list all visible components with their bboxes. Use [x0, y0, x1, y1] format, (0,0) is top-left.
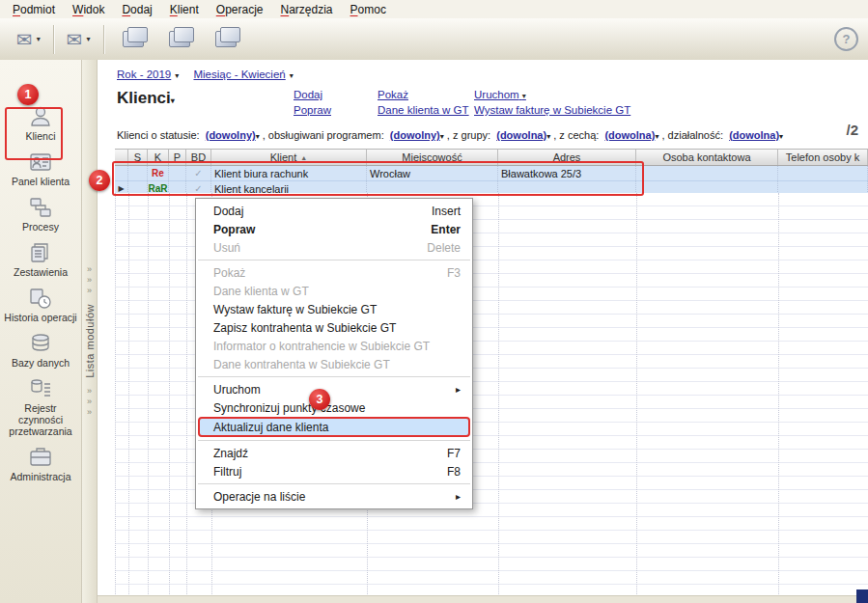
column-header-klient[interactable]: Klient▲: [211, 150, 367, 165]
filter-program-dropdown[interactable]: (dowolny): [390, 129, 440, 141]
menu-separator: [198, 260, 470, 260]
help-button[interactable]: ?: [834, 27, 858, 51]
dropdown-arrow-icon: ▾: [546, 132, 550, 141]
breadcrumb-month-link[interactable]: Miesiąc - Kwiecień: [193, 69, 285, 80]
context-menu-item-synchronizuj[interactable]: Synchronizuj punkty czasowe: [196, 398, 472, 417]
toolbar-separator: [53, 25, 54, 54]
table-cell: [128, 166, 148, 180]
column-header-telefon[interactable]: Telefon osoby k: [778, 150, 868, 165]
header-actions-col2: Pokaż Dane klienta w GT: [378, 89, 469, 116]
administration-icon: [26, 444, 55, 471]
sidebar-item-label: Zestawienia: [12, 266, 70, 278]
context-menu-item-popraw[interactable]: PoprawEnter: [196, 220, 472, 238]
reports-button[interactable]: [156, 23, 203, 56]
menu-klient[interactable]: Klient: [161, 1, 208, 18]
sync-icon: [215, 31, 237, 47]
context-menu-item-dodaj[interactable]: DodajInsert: [196, 202, 472, 220]
sidebar-item-label: Rejestr czynności przetwarzania: [0, 402, 81, 437]
chevron-icon: »: [87, 386, 92, 397]
context-menu-item-pokaz: PokażF3: [196, 263, 472, 282]
context-menu-item-dane-klienta-gt: Dane klienta w GT: [196, 282, 472, 300]
app-window: Podmiot Widok Dodaj Klient Operacje Narz…: [0, 0, 868, 603]
dropdown-arrow-icon: ▾: [37, 35, 41, 43]
toolbar-separator: [103, 25, 104, 54]
sidebar-item-administracja[interactable]: Administracja: [0, 444, 81, 482]
sidebar-item-label: Historia operacji: [2, 312, 78, 323]
filter-status-dropdown[interactable]: (dowolny): [206, 129, 256, 141]
dropdown-arrow-icon: ▾: [175, 71, 179, 80]
sidebar-item-procesy[interactable]: Procesy: [0, 194, 81, 233]
sidebar-item-label: Administracja: [8, 471, 72, 482]
help-icon: ?: [843, 32, 851, 46]
menu-separator: [198, 483, 470, 484]
menu-operacje[interactable]: Operacje: [208, 1, 272, 18]
sidebar-item-historia-operacji[interactable]: Historia operacji: [0, 285, 81, 323]
messages-icon: ✉: [67, 30, 83, 49]
table-row-1[interactable]: Re ✓ Klient biura rachunk Wrocław Bławat…: [115, 166, 868, 181]
sync-button[interactable]: [203, 23, 249, 56]
column-header-miejscowosc[interactable]: Miejscowość: [367, 150, 498, 165]
chevron-icon: »: [87, 397, 92, 407]
check-icon: ✓: [186, 166, 211, 180]
column-header-p[interactable]: P: [169, 150, 186, 165]
documents-button[interactable]: [110, 23, 156, 56]
context-menu-item-aktualizuj-dane-klienta[interactable]: Aktualizuj dane klienta: [198, 417, 470, 437]
context-menu-item-dane-kontrahenta: Dane kontrahenta w Subiekcie GT: [196, 355, 472, 373]
run-link[interactable]: Uruchom ▾: [474, 89, 630, 100]
menu-pomoc[interactable]: Pomoc: [342, 1, 395, 18]
messages-button[interactable]: ✉ ▾: [60, 23, 98, 56]
context-menu-item-uruchom[interactable]: Uruchom▸: [196, 380, 472, 398]
column-header-adres[interactable]: Adres: [498, 150, 636, 165]
filter-activity-dropdown[interactable]: (dowolna): [729, 129, 779, 141]
column-header-k[interactable]: K: [148, 150, 169, 165]
add-client-link[interactable]: Dodaj: [294, 89, 331, 100]
dropdown-arrow-icon: ▾: [522, 92, 526, 100]
menu-separator: [198, 440, 470, 441]
menu-widok[interactable]: Widok: [64, 1, 113, 18]
filter-label: , z cechą:: [553, 129, 599, 141]
table-cell: Bławatkowa 25/3: [498, 166, 636, 180]
chevron-icon: »: [87, 286, 92, 296]
dropdown-arrow-icon: ▾: [256, 132, 260, 141]
filter-label: Klienci o statusie:: [117, 129, 200, 141]
issue-invoice-link[interactable]: Wystaw fakturę w Subiekcie GT: [474, 104, 630, 116]
menu-dodaj[interactable]: Dodaj: [113, 1, 160, 18]
context-menu-item-wystaw-fakture[interactable]: Wystaw fakturę w Subiekcie GT: [196, 300, 472, 318]
module-list-strip[interactable]: » » » Lista modułów » » »: [82, 60, 98, 603]
column-header-bd[interactable]: BD: [186, 150, 211, 165]
current-row-icon: ▶: [118, 184, 124, 193]
context-menu: DodajInsert PoprawEnter UsuńDelete Pokaż…: [195, 198, 473, 509]
client-data-gt-link[interactable]: Dane klienta w GT: [378, 104, 469, 116]
filter-group-dropdown[interactable]: (dowolna): [496, 129, 546, 141]
edit-client-link[interactable]: Popraw: [294, 104, 331, 116]
annotation-step-1: 1: [17, 84, 39, 105]
filter-label: , działalność:: [661, 129, 723, 141]
dropdown-arrow-icon: ▾: [440, 132, 444, 141]
page-title[interactable]: Klienci▾: [117, 89, 175, 108]
context-menu-item-zapisz-kontrahenta[interactable]: Zapisz kontrahenta w Subiekcie GT: [196, 318, 472, 337]
sidebar-item-panel-klienta[interactable]: Panel klienta: [0, 149, 81, 187]
databases-icon: [26, 330, 55, 357]
sidebar-item-zestawienia[interactable]: Zestawienia: [0, 239, 81, 278]
breadcrumb: Rok - 2019▾ Miesiąc - Kwiecień▾: [117, 69, 294, 80]
column-header-osoba-kontaktowa[interactable]: Osoba kontaktowa: [636, 150, 778, 165]
filter-attribute-dropdown[interactable]: (dowolna): [604, 129, 655, 141]
show-client-link[interactable]: Pokaż: [378, 89, 469, 100]
table-cell: [115, 166, 128, 180]
sidebar-item-bazy-danych[interactable]: Bazy danych: [0, 330, 81, 369]
table-cell: Klient biura rachunk: [211, 166, 367, 180]
column-header-s[interactable]: S: [128, 150, 148, 165]
menu-podmiot[interactable]: Podmiot: [4, 1, 64, 18]
context-menu-item-filtruj[interactable]: FiltrujF8: [196, 462, 472, 480]
context-menu-item-znajdz[interactable]: ZnajdźF7: [196, 444, 472, 462]
breadcrumb-year-link[interactable]: Rok - 2019: [117, 69, 171, 80]
send-message-button[interactable]: ✉ ▾: [10, 23, 47, 56]
chevron-icon: »: [87, 407, 92, 418]
module-sidebar: Klienci Panel klienta Procesy Zestawieni…: [0, 60, 82, 603]
menu-narzedzia[interactable]: Narzędzia: [271, 1, 341, 18]
dropdown-arrow-icon: ▾: [290, 71, 294, 80]
sidebar-item-rejestr-czynnosci[interactable]: Rejestr czynności przetwarzania: [0, 375, 81, 437]
context-menu-item-operacje-na-liscie[interactable]: Operacje na liście▸: [196, 487, 472, 506]
filter-label: , z grupy:: [447, 129, 490, 141]
sidebar-item-klienci[interactable]: Klienci: [0, 103, 81, 142]
